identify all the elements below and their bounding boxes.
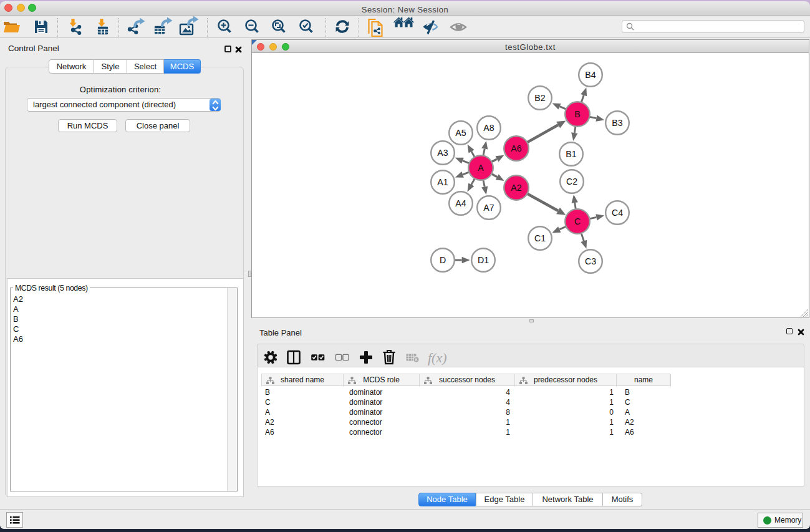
svg-text:C3: C3 <box>585 256 596 266</box>
svg-text:D1: D1 <box>478 255 489 265</box>
svg-text:A: A <box>478 163 484 173</box>
svg-text:A2: A2 <box>511 183 521 193</box>
svg-text:B1: B1 <box>566 149 576 159</box>
svg-text:D: D <box>440 255 446 265</box>
svg-text:C1: C1 <box>534 233 546 243</box>
svg-text:B4: B4 <box>585 70 595 80</box>
svg-text:A7: A7 <box>483 203 494 213</box>
svg-text:B2: B2 <box>534 93 545 103</box>
svg-text:A4: A4 <box>455 198 466 208</box>
svg-text:f(x): f(x) <box>428 350 447 365</box>
svg-text:B3: B3 <box>612 118 622 128</box>
svg-text:B: B <box>574 109 580 119</box>
svg-text:A5: A5 <box>455 128 466 138</box>
svg-text:A1: A1 <box>437 177 448 187</box>
svg-text:C: C <box>574 216 581 226</box>
svg-text:A8: A8 <box>483 123 494 133</box>
svg-text:C2: C2 <box>566 177 577 186</box>
svg-text:C4: C4 <box>612 208 623 218</box>
svg-text:A3: A3 <box>437 148 448 158</box>
svg-text:A6: A6 <box>511 143 521 153</box>
